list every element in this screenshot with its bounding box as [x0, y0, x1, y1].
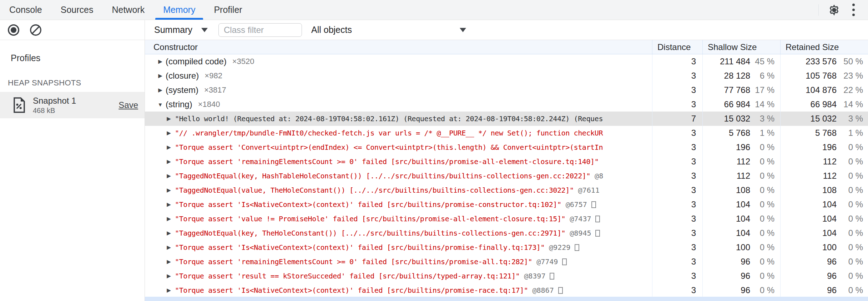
- more-options-button[interactable]: [844, 2, 863, 18]
- expand-triangle-icon[interactable]: ▶: [166, 244, 172, 251]
- expand-triangle-icon[interactable]: ▶: [166, 258, 172, 265]
- size-value: 5 768: [815, 128, 837, 138]
- grid-row-group[interactable]: ▶(compiled code)×35203211 48445 %233 576…: [145, 54, 868, 69]
- panel-content: Profiles HEAP SNAPSHOTS Snapshot 1 468 k…: [0, 20, 868, 301]
- perspective-select[interactable]: Summary: [154, 25, 208, 35]
- size-value: 96: [827, 285, 837, 295]
- size-value: 100: [822, 242, 837, 252]
- retained-size-cell: 960 %: [780, 255, 868, 269]
- retained-size-cell: 105 76823 %: [780, 69, 868, 83]
- grid-row-string[interactable]: ▶"TaggedNotEqual(value, TheHoleConstant(…: [145, 183, 868, 197]
- tab-memory[interactable]: Memory: [154, 0, 205, 20]
- size-value: 112: [737, 171, 750, 181]
- instance-count: ×3520: [232, 57, 254, 66]
- clear-profiles-button[interactable]: [28, 22, 44, 38]
- expand-triangle-icon[interactable]: ▶: [166, 187, 172, 193]
- grid-row-string[interactable]: ▶"Torque assert 'Is<NativeContext>(conte…: [145, 197, 868, 212]
- expand-triangle-icon[interactable]: ▶: [166, 144, 172, 150]
- expand-triangle-icon[interactable]: ▶: [166, 287, 172, 293]
- expand-triangle-icon[interactable]: ▶: [166, 115, 172, 122]
- memory-main-pane: Summary All objects Constructor Distance…: [145, 20, 868, 301]
- snapshot-save-link[interactable]: Save: [118, 100, 138, 110]
- shallow-size-cell: 1040 %: [702, 197, 780, 212]
- grid-row-string[interactable]: ▶"TaggedNotEqual(key, TheHoleConstant())…: [145, 226, 868, 240]
- size-value: 96: [741, 271, 750, 281]
- grid-row-string[interactable]: ▶"Torque assert 'Is<NativeContext>(conte…: [145, 240, 868, 255]
- object-scope-select[interactable]: All objects: [311, 25, 468, 35]
- gear-icon: [828, 4, 840, 16]
- size-percent: 0 %: [837, 228, 868, 238]
- expand-triangle-icon[interactable]: ▶: [157, 73, 163, 79]
- column-header-retained-size[interactable]: Retained Size: [780, 40, 868, 54]
- size-percent: 0 %: [750, 228, 780, 238]
- column-header-distance[interactable]: Distance: [652, 40, 702, 54]
- size-value: 77 768: [724, 85, 750, 95]
- tabbar-divider: [818, 4, 819, 16]
- missing-glyph-box: [591, 201, 596, 208]
- string-value: "// .wrangler/tmp/bundle-FmNIt0/checked-…: [175, 129, 603, 137]
- size-percent: 0 %: [750, 271, 780, 281]
- expand-triangle-icon[interactable]: ▶: [166, 216, 172, 222]
- record-heap-snapshot-icon: [7, 24, 20, 36]
- grid-body: ▶(compiled code)×35203211 48445 %233 576…: [145, 54, 868, 297]
- expand-triangle-icon[interactable]: ▶: [166, 130, 172, 136]
- size-value: 96: [827, 257, 837, 267]
- class-filter-input[interactable]: [218, 23, 302, 37]
- size-percent: 0 %: [750, 171, 780, 181]
- grid-row-string[interactable]: ▶"Torque assert 'Convert<uintptr>(endInd…: [145, 140, 868, 154]
- string-value: "Hello world! (Requested at: 2024-08-19T…: [175, 114, 603, 123]
- expand-triangle-icon[interactable]: ▶: [166, 230, 172, 236]
- shallow-size-cell: 1120 %: [702, 169, 780, 183]
- expand-triangle-icon[interactable]: ▶: [166, 273, 172, 279]
- tab-sources[interactable]: Sources: [51, 0, 103, 20]
- snapshot-meta: Snapshot 1 468 kB: [33, 95, 118, 115]
- expand-triangle-icon[interactable]: ▶: [157, 87, 163, 93]
- object-id: @8867: [533, 286, 554, 295]
- grid-row-string[interactable]: ▶"Torque assert 'remainingElementsCount …: [145, 154, 868, 169]
- grid-header-row: Constructor Distance Shallow Size Retain…: [145, 40, 868, 54]
- shallow-size-cell: 960 %: [702, 269, 780, 283]
- string-value: "Torque assert 'remainingElementsCount >…: [175, 157, 599, 166]
- constructor-cell: ▶"Torque assert 'Is<NativeContext>(conte…: [145, 240, 652, 255]
- snapshot-list-item[interactable]: Snapshot 1 468 kB Save: [0, 92, 145, 118]
- grid-row-string[interactable]: ▶"Torque assert 'Is<NativeContext>(conte…: [145, 283, 868, 297]
- size-percent: 0 %: [837, 199, 868, 209]
- expand-triangle-icon[interactable]: ▶: [166, 201, 172, 208]
- memory-toolbar: Summary All objects: [145, 20, 868, 40]
- grid-row-group[interactable]: ▶(closure)×982328 1286 %105 76823 %: [145, 69, 868, 83]
- tab-label: Network: [112, 5, 145, 15]
- expand-triangle-icon[interactable]: ▶: [157, 58, 163, 65]
- constructor-cell: ▶"Torque assert 'remainingElementsCount …: [145, 255, 652, 269]
- retained-size-cell: 1040 %: [780, 226, 868, 240]
- tab-console[interactable]: Console: [0, 0, 51, 20]
- grid-row-string[interactable]: ▶"Torque assert 'value != PromiseHole' f…: [145, 212, 868, 226]
- take-snapshot-button[interactable]: [6, 22, 21, 38]
- retained-size-cell: 5 7681 %: [780, 126, 868, 140]
- collapse-triangle-icon[interactable]: ▼: [157, 102, 163, 108]
- tab-profiler[interactable]: Profiler: [205, 0, 251, 20]
- grid-row-group[interactable]: ▼(string)×1840366 98414 %66 98414 %: [145, 97, 868, 112]
- string-value: "Torque assert 'value != PromiseHole' fa…: [175, 214, 565, 223]
- column-header-constructor[interactable]: Constructor: [145, 40, 652, 54]
- snapshot-name: Snapshot 1: [33, 95, 118, 106]
- grid-row-string[interactable]: ▶"Torque assert 'result == kStoreSuccede…: [145, 269, 868, 283]
- size-percent: 1 %: [837, 128, 868, 138]
- expand-triangle-icon[interactable]: ▶: [166, 158, 172, 165]
- grid-row-string[interactable]: ▶"// .wrangler/tmp/bundle-FmNIt0/checked…: [145, 126, 868, 140]
- grid-row-group[interactable]: ▶(system)×3817377 76817 %104 87622 %: [145, 83, 868, 97]
- settings-button[interactable]: [824, 2, 844, 18]
- heap-snapshots-section-label: HEAP SNAPSHOTS: [0, 63, 145, 92]
- grid-row-string[interactable]: ▶"Hello world! (Requested at: 2024-08-19…: [145, 112, 868, 126]
- shallow-size-cell: 1960 %: [702, 140, 780, 154]
- size-value: 104: [736, 199, 750, 209]
- grid-row-string[interactable]: ▶"TaggedNotEqual(key, HashTableHoleConst…: [145, 169, 868, 183]
- size-percent: 14 %: [837, 99, 868, 109]
- constructor-group-name: (system): [166, 85, 198, 95]
- shallow-size-cell: 211 48445 %: [702, 54, 780, 69]
- expand-triangle-icon[interactable]: ▶: [166, 173, 172, 179]
- size-percent: 50 %: [837, 56, 868, 66]
- tab-network[interactable]: Network: [102, 0, 154, 20]
- constructor-cell: ▶"TaggedNotEqual(key, TheHoleConstant())…: [145, 226, 652, 240]
- grid-row-string[interactable]: ▶"Torque assert 'remainingElementsCount …: [145, 255, 868, 269]
- column-header-shallow-size[interactable]: Shallow Size: [702, 40, 780, 54]
